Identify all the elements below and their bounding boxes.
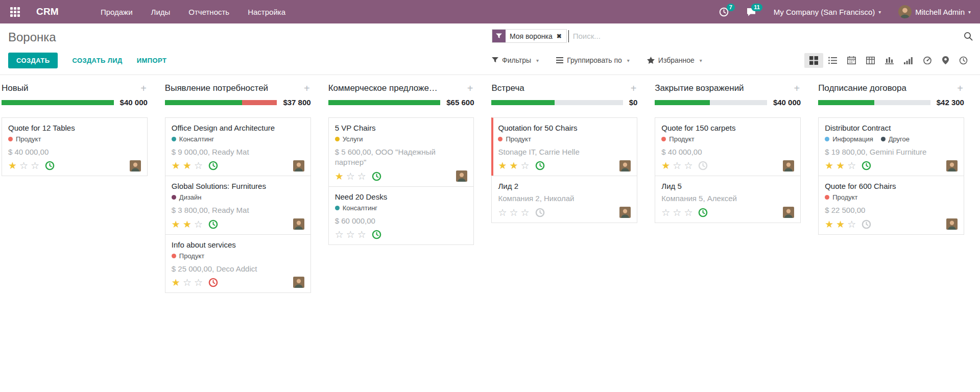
activity-clock-icon[interactable] [208, 278, 218, 287]
menu-reporting[interactable]: Отчетность [188, 8, 229, 16]
star-icon[interactable]: ☆ [357, 170, 366, 182]
star-icon[interactable]: ☆ [194, 218, 203, 230]
activity-clock-icon[interactable] [45, 161, 55, 170]
star-icon[interactable]: ★ [498, 160, 507, 172]
activity-clock-icon[interactable] [698, 161, 708, 170]
remove-facet-icon[interactable]: ✖ [557, 30, 566, 42]
column-progressbar[interactable] [165, 100, 277, 105]
view-pivot-button[interactable] [861, 54, 880, 67]
activity-clock-icon[interactable] [535, 208, 545, 217]
kanban-card[interactable]: Quote for 150 carpets Продукт $ 40 000,0… [655, 117, 801, 176]
star-icon[interactable]: ☆ [684, 160, 692, 172]
progress-red-segment[interactable] [242, 100, 277, 105]
messages-bubble-icon[interactable]: 11 [746, 7, 756, 17]
star-icon[interactable]: ☆ [31, 160, 39, 172]
menu-leads[interactable]: Лиды [151, 8, 171, 16]
star-icon[interactable]: ☆ [510, 207, 518, 218]
star-icon[interactable]: ☆ [346, 229, 355, 240]
kanban-card[interactable]: 5 VP Chairs Услуги $ 5 600,00, ООО "Наде… [328, 117, 474, 187]
star-icon[interactable]: ☆ [847, 160, 856, 172]
star-icon[interactable]: ☆ [521, 160, 530, 172]
plus-icon[interactable]: + [466, 84, 474, 92]
star-icon[interactable]: ★ [836, 160, 845, 172]
view-dashboard-button[interactable] [918, 53, 937, 67]
star-icon[interactable]: ☆ [673, 207, 681, 218]
star-icon[interactable]: ☆ [346, 170, 355, 182]
star-icon[interactable]: ☆ [19, 160, 28, 172]
star-icon[interactable]: ☆ [194, 277, 203, 288]
plus-icon[interactable]: + [956, 84, 964, 92]
progress-green-segment[interactable] [491, 100, 554, 105]
apps-menu-icon[interactable] [10, 7, 20, 17]
view-kanban-button[interactable] [804, 53, 823, 68]
column-progressbar[interactable] [818, 100, 930, 105]
kanban-card[interactable]: Quote for 12 Tables Продукт $ 40 000,00 … [2, 117, 148, 176]
filters-menu[interactable]: Фильтры ▾ [492, 56, 539, 64]
star-icon[interactable]: ★ [335, 170, 344, 182]
star-icon[interactable]: ☆ [847, 218, 856, 230]
star-icon[interactable]: ☆ [498, 207, 507, 218]
progress-green-segment[interactable] [655, 100, 710, 105]
star-icon[interactable]: ☆ [684, 207, 692, 218]
star-icon[interactable]: ★ [172, 277, 180, 288]
company-switcher[interactable]: My Company (San Francisco) ▾ [774, 8, 881, 16]
plus-icon[interactable]: + [630, 84, 638, 92]
star-icon[interactable]: ★ [172, 160, 180, 172]
star-icon[interactable]: ☆ [335, 229, 344, 240]
star-icon[interactable]: ★ [825, 160, 833, 172]
activities-clock-icon[interactable]: 7 [719, 7, 729, 17]
kanban-card[interactable]: Need 20 Desks Консалтинг $ 60 000,00 ☆☆☆ [328, 186, 474, 245]
favorites-menu[interactable]: Избранное ▾ [647, 56, 702, 64]
kanban-card[interactable]: Quotation for 50 Chairs Продукт Stonage … [491, 117, 637, 176]
star-icon[interactable]: ★ [172, 218, 180, 230]
activity-clock-icon[interactable] [208, 219, 218, 229]
star-icon[interactable]: ★ [825, 218, 833, 230]
kanban-card[interactable]: Лид 5 Компания 5, Алексей ☆☆☆ [655, 176, 801, 223]
column-progressbar[interactable] [2, 100, 114, 105]
progress-green-segment[interactable] [328, 100, 441, 105]
star-icon[interactable]: ☆ [521, 207, 530, 218]
kanban-card[interactable]: Лид 2 Компания 2, Николай ☆☆☆ [491, 176, 637, 223]
view-cohort-button[interactable] [899, 54, 918, 67]
menu-settings[interactable]: Настройка [248, 8, 285, 16]
star-icon[interactable]: ★ [183, 160, 192, 172]
view-graph-button[interactable] [880, 53, 899, 67]
progress-green-segment[interactable] [2, 100, 114, 105]
menu-sales[interactable]: Продажи [101, 8, 133, 16]
plus-icon[interactable]: + [139, 84, 148, 92]
kanban-card[interactable]: Quote for 600 Chairs Продукт $ 22 500,00… [818, 176, 964, 234]
progress-green-segment[interactable] [165, 100, 243, 105]
search-facet[interactable]: Моя воронка ✖ [492, 29, 567, 43]
kanban-card[interactable]: Distributor Contract Информация Другое $… [818, 117, 964, 176]
star-icon[interactable]: ★ [661, 160, 670, 172]
star-icon[interactable]: ☆ [183, 277, 192, 288]
activity-clock-icon[interactable] [862, 219, 871, 229]
groupby-menu[interactable]: Группировать по ▾ [556, 56, 630, 64]
kanban-card[interactable]: Global Solutions: Furnitures Дизайн $ 3 … [165, 176, 311, 234]
activity-clock-icon[interactable] [535, 161, 545, 170]
star-icon[interactable]: ★ [510, 160, 518, 172]
activity-clock-icon[interactable] [698, 208, 708, 217]
activity-clock-icon[interactable] [372, 172, 381, 181]
star-icon[interactable]: ★ [183, 218, 192, 230]
progress-green-segment[interactable] [818, 100, 874, 105]
column-progressbar[interactable] [655, 100, 767, 105]
activity-clock-icon[interactable] [862, 161, 871, 170]
activity-clock-icon[interactable] [208, 161, 218, 170]
create-lead-button[interactable]: СОЗДАТЬ ЛИД [72, 57, 122, 64]
star-icon[interactable]: ☆ [661, 207, 670, 218]
star-icon[interactable]: ☆ [673, 160, 681, 172]
kanban-card[interactable]: Info about services Продукт $ 25 000,00,… [165, 234, 311, 293]
activity-clock-icon[interactable] [372, 230, 381, 239]
plus-icon[interactable]: + [303, 84, 311, 92]
star-icon[interactable]: ★ [8, 160, 17, 172]
star-icon[interactable]: ★ [836, 218, 845, 230]
view-map-button[interactable] [937, 53, 954, 67]
search-input[interactable] [569, 30, 961, 42]
search-icon[interactable] [964, 32, 973, 41]
create-button[interactable]: СОЗДАТЬ [8, 53, 58, 68]
view-list-button[interactable] [823, 54, 842, 67]
kanban-card[interactable]: Office Design and Architecture Консалтин… [165, 117, 311, 176]
plus-icon[interactable]: + [793, 84, 801, 92]
star-icon[interactable]: ☆ [357, 229, 366, 240]
